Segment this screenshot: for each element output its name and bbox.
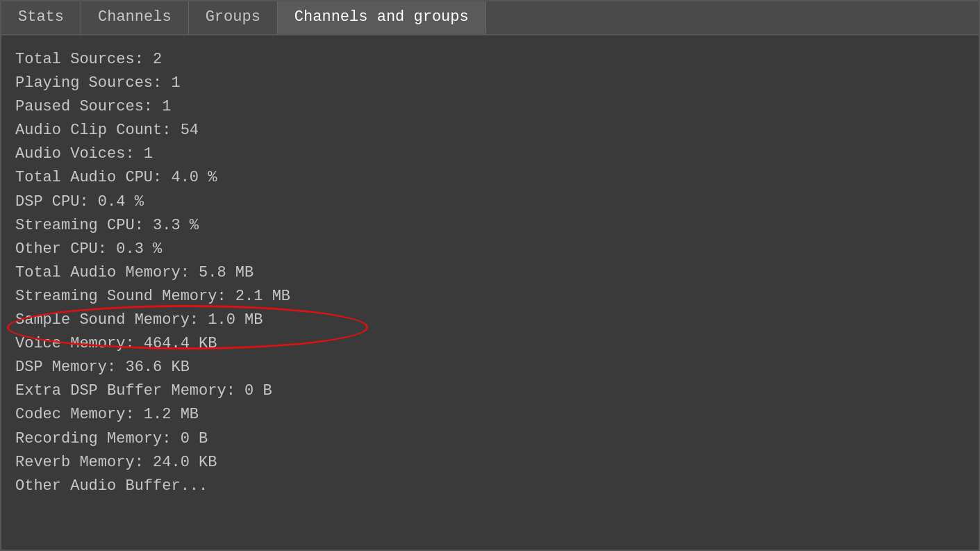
stat-line-3: Audio Clip Count: 54 [15, 119, 965, 142]
stat-line-11: Sample Sound Memory: 1.0 MB [15, 309, 965, 332]
stat-line-6: DSP CPU: 0.4 % [15, 190, 965, 214]
tab-groups[interactable]: Groups [189, 1, 278, 34]
stat-line-2: Paused Sources: 1 [15, 95, 965, 119]
stat-line-17: Reverb Memory: 24.0 KB [15, 451, 965, 475]
stat-line-14: Extra DSP Buffer Memory: 0 B [15, 379, 965, 403]
tab-bar: StatsChannelsGroupsChannels and groups [1, 1, 979, 35]
stat-line-18: Other Audio Buffer... [15, 475, 965, 498]
stat-line-4: Audio Voices: 1 [15, 142, 965, 166]
stat-line-0: Total Sources: 2 [15, 48, 965, 72]
stat-line-7: Streaming CPU: 3.3 % [15, 214, 965, 238]
tab-stats[interactable]: Stats [1, 1, 81, 34]
stat-line-12: Voice Memory: 464.4 KB [15, 332, 965, 356]
stat-line-15: Codec Memory: 1.2 MB [15, 403, 965, 427]
tab-channels-and-groups[interactable]: Channels and groups [278, 1, 486, 34]
stat-line-1: Playing Sources: 1 [15, 72, 965, 95]
stat-line-8: Other CPU: 0.3 % [15, 238, 965, 261]
stat-line-13: DSP Memory: 36.6 KB [15, 356, 965, 379]
stat-line-10: Streaming Sound Memory: 2.1 MB [15, 285, 965, 309]
main-window: StatsChannelsGroupsChannels and groups T… [0, 0, 980, 551]
stat-line-16: Recording Memory: 0 B [15, 427, 965, 451]
stat-line-9: Total Audio Memory: 5.8 MB [15, 261, 965, 285]
stat-line-5: Total Audio CPU: 4.0 % [15, 166, 965, 190]
stats-content: Total Sources: 2Playing Sources: 1Paused… [1, 35, 979, 550]
tab-channels[interactable]: Channels [81, 1, 189, 34]
